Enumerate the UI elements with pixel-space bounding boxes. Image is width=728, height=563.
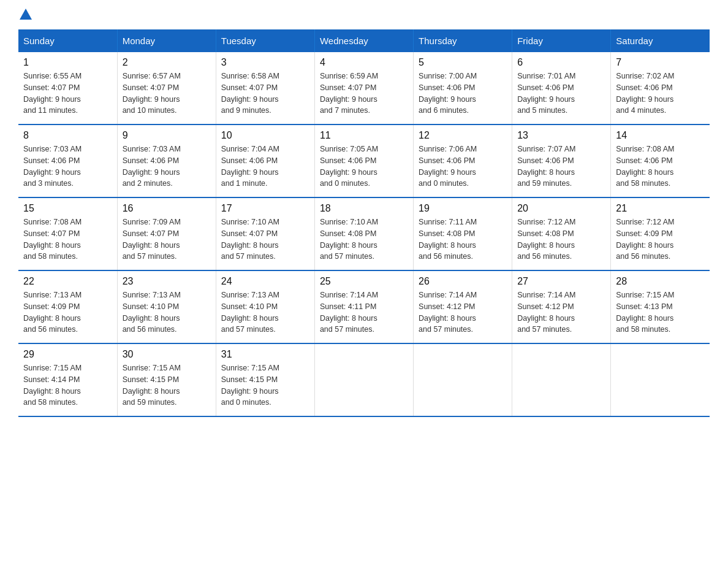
day-info: Sunrise: 7:12 AMSunset: 4:09 PMDaylight:… <box>616 216 705 262</box>
day-number: 18 <box>320 203 408 214</box>
day-number: 9 <box>123 130 211 141</box>
calendar-cell: 20 Sunrise: 7:12 AMSunset: 4:08 PMDaylig… <box>512 197 611 270</box>
calendar-week-row: 29 Sunrise: 7:15 AMSunset: 4:14 PMDaylig… <box>18 343 710 416</box>
day-info: Sunrise: 7:15 AMSunset: 4:13 PMDaylight:… <box>616 289 705 335</box>
calendar-cell: 10 Sunrise: 7:04 AMSunset: 4:06 PMDaylig… <box>216 124 314 197</box>
day-number: 25 <box>320 276 408 287</box>
day-info: Sunrise: 7:10 AMSunset: 4:07 PMDaylight:… <box>221 216 309 262</box>
day-number: 6 <box>517 57 605 68</box>
day-number: 2 <box>123 57 211 68</box>
calendar-week-row: 15 Sunrise: 7:08 AMSunset: 4:07 PMDaylig… <box>18 197 710 270</box>
day-info: Sunrise: 7:06 AMSunset: 4:06 PMDaylight:… <box>419 144 507 190</box>
header-friday: Friday <box>512 29 611 52</box>
calendar-week-row: 1 Sunrise: 6:55 AMSunset: 4:07 PMDayligh… <box>18 52 710 124</box>
day-info: Sunrise: 7:03 AMSunset: 4:06 PMDaylight:… <box>23 144 112 190</box>
calendar-header-row: SundayMondayTuesdayWednesdayThursdayFrid… <box>18 29 710 52</box>
calendar-cell: 31 Sunrise: 7:15 AMSunset: 4:15 PMDaylig… <box>216 343 314 416</box>
calendar-cell: 15 Sunrise: 7:08 AMSunset: 4:07 PMDaylig… <box>18 197 117 270</box>
calendar-cell: 14 Sunrise: 7:08 AMSunset: 4:06 PMDaylig… <box>611 124 710 197</box>
day-number: 14 <box>616 130 705 141</box>
day-info: Sunrise: 7:05 AMSunset: 4:06 PMDaylight:… <box>320 144 408 190</box>
day-number: 20 <box>517 203 605 214</box>
day-info: Sunrise: 6:57 AMSunset: 4:07 PMDaylight:… <box>123 71 211 117</box>
page-header <box>18 12 710 17</box>
day-info: Sunrise: 6:58 AMSunset: 4:07 PMDaylight:… <box>221 71 309 117</box>
calendar-cell: 22 Sunrise: 7:13 AMSunset: 4:09 PMDaylig… <box>18 270 117 343</box>
calendar-cell: 23 Sunrise: 7:13 AMSunset: 4:10 PMDaylig… <box>117 270 216 343</box>
calendar-cell <box>512 343 611 416</box>
calendar-cell: 18 Sunrise: 7:10 AMSunset: 4:08 PMDaylig… <box>314 197 413 270</box>
day-number: 27 <box>517 276 605 287</box>
header-tuesday: Tuesday <box>216 29 314 52</box>
day-number: 13 <box>517 130 605 141</box>
calendar-cell: 27 Sunrise: 7:14 AMSunset: 4:12 PMDaylig… <box>512 270 611 343</box>
day-info: Sunrise: 6:59 AMSunset: 4:07 PMDaylight:… <box>320 71 408 117</box>
day-number: 26 <box>419 276 507 287</box>
day-info: Sunrise: 7:04 AMSunset: 4:06 PMDaylight:… <box>221 144 309 190</box>
calendar-cell: 4 Sunrise: 6:59 AMSunset: 4:07 PMDayligh… <box>314 52 413 124</box>
calendar-cell <box>314 343 413 416</box>
day-number: 5 <box>419 57 507 68</box>
day-info: Sunrise: 7:11 AMSunset: 4:08 PMDaylight:… <box>419 216 507 262</box>
calendar-cell: 13 Sunrise: 7:07 AMSunset: 4:06 PMDaylig… <box>512 124 611 197</box>
calendar-week-row: 8 Sunrise: 7:03 AMSunset: 4:06 PMDayligh… <box>18 124 710 197</box>
calendar-cell: 12 Sunrise: 7:06 AMSunset: 4:06 PMDaylig… <box>414 124 512 197</box>
calendar-cell: 2 Sunrise: 6:57 AMSunset: 4:07 PMDayligh… <box>117 52 216 124</box>
day-info: Sunrise: 7:14 AMSunset: 4:11 PMDaylight:… <box>320 289 408 335</box>
day-number: 21 <box>616 203 705 214</box>
logo-triangle-icon <box>20 9 32 20</box>
calendar-cell: 5 Sunrise: 7:00 AMSunset: 4:06 PMDayligh… <box>414 52 512 124</box>
calendar-cell: 26 Sunrise: 7:14 AMSunset: 4:12 PMDaylig… <box>414 270 512 343</box>
day-number: 29 <box>23 349 112 360</box>
day-number: 24 <box>221 276 309 287</box>
day-number: 22 <box>23 276 112 287</box>
day-number: 4 <box>320 57 408 68</box>
day-number: 12 <box>419 130 507 141</box>
header-sunday: Sunday <box>18 29 117 52</box>
calendar-cell <box>414 343 512 416</box>
calendar-cell: 28 Sunrise: 7:15 AMSunset: 4:13 PMDaylig… <box>611 270 710 343</box>
day-number: 8 <box>23 130 112 141</box>
calendar-cell: 7 Sunrise: 7:02 AMSunset: 4:06 PMDayligh… <box>611 52 710 124</box>
calendar-table: SundayMondayTuesdayWednesdayThursdayFrid… <box>18 29 710 417</box>
day-number: 28 <box>616 276 705 287</box>
day-info: Sunrise: 7:13 AMSunset: 4:09 PMDaylight:… <box>23 289 112 335</box>
day-info: Sunrise: 7:13 AMSunset: 4:10 PMDaylight:… <box>221 289 309 335</box>
day-info: Sunrise: 7:03 AMSunset: 4:06 PMDaylight:… <box>123 144 211 190</box>
calendar-cell: 21 Sunrise: 7:12 AMSunset: 4:09 PMDaylig… <box>611 197 710 270</box>
calendar-cell: 24 Sunrise: 7:13 AMSunset: 4:10 PMDaylig… <box>216 270 314 343</box>
calendar-cell: 17 Sunrise: 7:10 AMSunset: 4:07 PMDaylig… <box>216 197 314 270</box>
day-info: Sunrise: 7:10 AMSunset: 4:08 PMDaylight:… <box>320 216 408 262</box>
day-number: 3 <box>221 57 309 68</box>
day-number: 19 <box>419 203 507 214</box>
day-info: Sunrise: 7:14 AMSunset: 4:12 PMDaylight:… <box>517 289 605 335</box>
calendar-cell: 9 Sunrise: 7:03 AMSunset: 4:06 PMDayligh… <box>117 124 216 197</box>
header-saturday: Saturday <box>611 29 710 52</box>
calendar-cell: 6 Sunrise: 7:01 AMSunset: 4:06 PMDayligh… <box>512 52 611 124</box>
calendar-week-row: 22 Sunrise: 7:13 AMSunset: 4:09 PMDaylig… <box>18 270 710 343</box>
day-number: 23 <box>123 276 211 287</box>
day-number: 1 <box>23 57 112 68</box>
calendar-cell: 16 Sunrise: 7:09 AMSunset: 4:07 PMDaylig… <box>117 197 216 270</box>
calendar-cell: 1 Sunrise: 6:55 AMSunset: 4:07 PMDayligh… <box>18 52 117 124</box>
header-monday: Monday <box>117 29 216 52</box>
day-info: Sunrise: 7:08 AMSunset: 4:07 PMDaylight:… <box>23 216 112 262</box>
day-info: Sunrise: 7:15 AMSunset: 4:15 PMDaylight:… <box>221 362 309 408</box>
day-info: Sunrise: 7:08 AMSunset: 4:06 PMDaylight:… <box>616 144 705 190</box>
calendar-cell <box>611 343 710 416</box>
day-info: Sunrise: 7:01 AMSunset: 4:06 PMDaylight:… <box>517 71 605 117</box>
day-info: Sunrise: 6:55 AMSunset: 4:07 PMDaylight:… <box>23 71 112 117</box>
day-info: Sunrise: 7:14 AMSunset: 4:12 PMDaylight:… <box>419 289 507 335</box>
day-info: Sunrise: 7:07 AMSunset: 4:06 PMDaylight:… <box>517 144 605 190</box>
header-thursday: Thursday <box>414 29 512 52</box>
day-info: Sunrise: 7:02 AMSunset: 4:06 PMDaylight:… <box>616 71 705 117</box>
header-wednesday: Wednesday <box>314 29 413 52</box>
calendar-cell: 30 Sunrise: 7:15 AMSunset: 4:15 PMDaylig… <box>117 343 216 416</box>
day-info: Sunrise: 7:15 AMSunset: 4:14 PMDaylight:… <box>23 362 112 408</box>
day-info: Sunrise: 7:09 AMSunset: 4:07 PMDaylight:… <box>123 216 211 262</box>
day-info: Sunrise: 7:12 AMSunset: 4:08 PMDaylight:… <box>517 216 605 262</box>
day-number: 15 <box>23 203 112 214</box>
day-info: Sunrise: 7:00 AMSunset: 4:06 PMDaylight:… <box>419 71 507 117</box>
calendar-cell: 25 Sunrise: 7:14 AMSunset: 4:11 PMDaylig… <box>314 270 413 343</box>
logo <box>18 12 32 17</box>
